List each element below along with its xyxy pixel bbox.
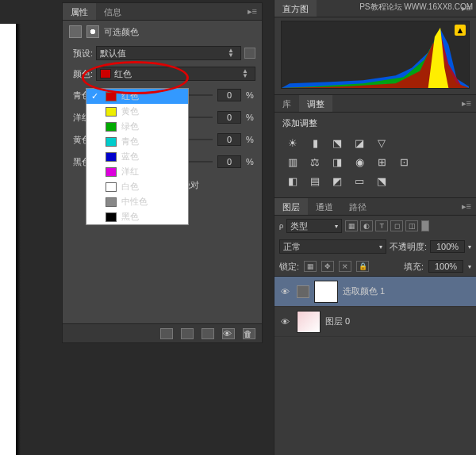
preset-row: 预设: 默认值 ▲▼ [63,43,262,63]
visibility-icon[interactable]: 👁 [278,317,292,327]
visibility-icon[interactable]: 👁 [222,328,235,339]
preset-value: 默认值 [100,48,126,59]
panel-menu-icon[interactable]: ▸≡ [457,95,476,112]
panel-menu-icon[interactable]: ▸≡ [243,3,262,20]
photofilter-icon[interactable]: ◉ [352,156,367,169]
fill-label: 填充: [404,261,424,273]
blend-dropdown[interactable]: 正常▾ [279,239,386,254]
tab-layers[interactable]: 图层 [274,198,308,215]
lock-all-icon[interactable]: 🔒 [356,261,369,272]
color-option[interactable]: 洋红 [86,164,188,179]
option-label: 白色 [121,181,139,193]
lock-row: 锁定: ▦ ✥ ⤧ 🔒 填充: 100% ▾ [274,257,476,277]
watermark: PS教程论坛 WWW.16XX8.COM [359,2,473,13]
channelmixer-icon[interactable]: ⊞ [374,156,389,169]
option-swatch [106,107,117,117]
layer-row[interactable]: 👁 图层 0 [274,307,476,337]
tab-channels[interactable]: 通道 [308,198,341,215]
color-option[interactable]: 黄色 [86,104,188,119]
option-label: 黄色 [121,105,139,117]
color-option[interactable]: 蓝色 [86,149,188,164]
visibility-icon[interactable]: 👁 [278,287,292,296]
slider-value[interactable]: 0 [217,89,241,101]
layer-name: 选取颜色 1 [343,285,385,297]
lock-position-icon[interactable]: ✥ [321,261,334,272]
bw-icon[interactable]: ◨ [330,156,344,169]
color-option[interactable]: 绿色 [86,119,188,134]
levels-icon[interactable]: ▮ [308,137,322,150]
lock-artboard-icon[interactable]: ⤧ [339,261,351,272]
adjustments-panel: 库 调整 ▸≡ 添加调整 ☀ ▮ ⬔ ◪ ▽ ▥ ⚖ ◨ ◉ ⊞ ⊡ ◧ ▤ ◩… [274,95,476,198]
tab-libraries[interactable]: 库 [274,95,299,112]
histogram-display: ▲ [281,21,470,89]
layer-thumb[interactable] [297,311,321,333]
tab-histogram[interactable]: 直方图 [274,0,317,17]
preset-menu-icon[interactable] [244,48,255,59]
layers-panel: 图层 通道 路径 ▸≡ ρ 类型▾ ▦ ◐ T ◻ ◫ 正常▾ 不透明度: 10… [274,198,476,337]
vibrance-icon[interactable]: ▽ [374,137,389,150]
layer-row[interactable]: 👁 选取颜色 1 [274,277,476,307]
slider-value[interactable]: 0 [217,133,241,146]
color-option[interactable]: 白色 [86,179,188,194]
dropdown-arrows-icon: ▲▼ [228,48,237,58]
option-label: 黑色 [121,211,139,223]
selectivecolor-icon[interactable]: ⬔ [374,175,389,188]
color-option[interactable]: 黑色 [86,209,188,224]
mask-thumb[interactable] [314,281,338,303]
clip-icon[interactable] [160,328,173,339]
cache-warning-icon[interactable]: ▲ [455,25,466,36]
panel-menu-icon[interactable]: ▸≡ [457,198,476,215]
adjustment-icon [69,25,82,38]
filter-adjust-icon[interactable]: ◐ [360,220,373,231]
tab-info[interactable]: 信息 [96,3,129,20]
tab-adjustments[interactable]: 调整 [299,95,332,112]
adjustment-header: 可选颜色 [63,21,262,43]
slider-value[interactable]: 0 [217,155,241,168]
trash-icon[interactable]: 🗑 [243,328,255,339]
colorlookup-icon[interactable]: ⊡ [397,156,411,169]
brightness-icon[interactable]: ☀ [286,137,300,150]
opacity-input[interactable]: 100% [430,240,465,253]
lock-label: 锁定: [279,261,299,273]
blend-row: 正常▾ 不透明度: 100% ▾ [274,236,476,257]
gradientmap-icon[interactable]: ▭ [352,175,367,188]
tab-paths[interactable]: 路径 [341,198,374,215]
adjustments-row2: ▥ ⚖ ◨ ◉ ⊞ ⊡ [274,153,476,172]
adjustment-title: 可选颜色 [104,26,139,38]
adjustments-row3: ◧ ▤ ◩ ▭ ⬔ [274,172,476,191]
layer-kind-dropdown[interactable]: 类型▾ [286,219,342,233]
adjustments-row1: ☀ ▮ ⬔ ◪ ▽ [274,134,476,153]
color-option[interactable]: 中性色 [86,194,188,209]
curves-icon[interactable]: ⬔ [330,137,344,150]
option-swatch [106,212,117,222]
previous-icon[interactable] [181,328,194,339]
color-option[interactable]: 青色 [86,134,188,149]
filter-pixel-icon[interactable]: ▦ [345,220,358,231]
lock-pixels-icon[interactable]: ▦ [304,261,317,272]
posterize-icon[interactable]: ▤ [308,175,322,188]
layer-filter-row: ρ 类型▾ ▦ ◐ T ◻ ◫ [274,216,476,236]
right-column: 直方图 ▸≡ ▲ 库 调整 ▸≡ 添加调整 ☀ ▮ ⬔ ◪ ▽ ▥ [274,0,476,455]
filter-smart-icon[interactable]: ◫ [405,220,418,231]
preset-dropdown[interactable]: 默认值 ▲▼ [96,46,241,60]
color-dropdown-list: ✓ 红色 黄色 绿色 青色 蓝色 洋红 白色 中性色 黑色 [86,88,189,225]
color-option[interactable]: ✓ 红色 [86,89,188,104]
color-label: 颜色: [69,68,93,80]
hue-icon[interactable]: ▥ [286,156,300,169]
threshold-icon[interactable]: ◩ [330,175,344,188]
fill-input[interactable]: 100% [428,260,463,273]
filter-shape-icon[interactable]: ◻ [390,220,403,231]
reset-icon[interactable] [202,328,214,339]
properties-tabs: 属性 信息 ▸≡ [63,3,262,21]
dropdown-arrows-icon: ▲▼ [242,69,251,78]
filter-toggle[interactable] [421,220,429,231]
invert-icon[interactable]: ◧ [286,175,300,188]
preset-label: 预设: [69,48,93,59]
adjustments-title: 添加调整 [274,113,476,134]
tab-properties[interactable]: 属性 [63,3,96,20]
colorbalance-icon[interactable]: ⚖ [308,156,322,169]
filter-type-icon[interactable]: T [375,220,388,231]
color-dropdown[interactable]: 红色 ▲▼ [96,67,255,81]
exposure-icon[interactable]: ◪ [352,137,367,150]
slider-value[interactable]: 0 [217,111,241,124]
